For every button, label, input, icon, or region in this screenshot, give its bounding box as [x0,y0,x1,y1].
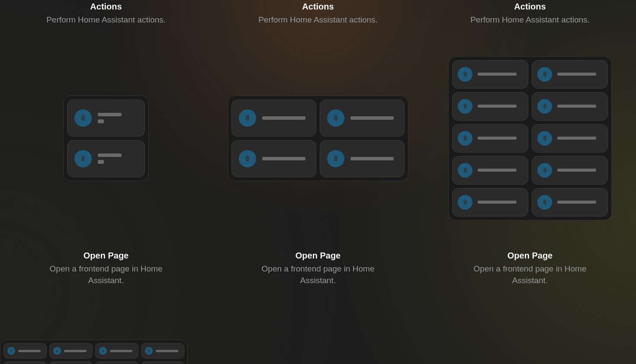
list-item [452,124,528,153]
list-item [452,156,528,185]
action-icon [239,150,256,167]
list-item [532,156,608,185]
widget-preview-2x5 [448,56,612,220]
action-icon [239,109,256,127]
list-item [49,343,93,359]
widget-title: Open Page [508,251,552,261]
list-item [67,99,145,137]
widget-subtitle: Perform Home Assistant actions. [46,14,166,26]
action-icon [537,163,552,178]
action-icon [458,99,472,114]
widget-title: Actions [514,2,546,12]
action-icon [537,195,552,210]
list-item [67,140,145,177]
list-item [3,361,47,364]
widget-title: Open Page [296,251,340,261]
action-icon [458,131,472,146]
action-icon [327,150,344,167]
list-item [452,60,528,89]
list-item [320,140,405,177]
action-icon [99,347,107,355]
widget-option-open-page-small[interactable]: Open Page Open a frontend page in Home A… [0,251,212,286]
list-item [532,60,608,89]
widget-subtitle: Open a frontend page in Home Assistant. [41,263,171,286]
widget-preview-partial [0,340,188,364]
list-item [231,140,316,177]
widget-option-actions-large[interactable]: Actions Perform Home Assistant actions. [424,0,636,251]
widget-preview-container [9,26,203,251]
list-item [320,99,405,137]
action-icon [537,131,552,146]
widget-subtitle: Perform Home Assistant actions. [470,14,590,26]
widget-title: Open Page [84,251,128,261]
list-item [532,188,608,217]
action-icon [458,163,472,178]
widget-subtitle: Perform Home Assistant actions. [258,14,378,26]
list-item [3,343,47,359]
action-icon [74,150,92,167]
action-icon [458,195,472,210]
widget-subtitle: Open a frontend page in Home Assistant. [465,263,595,286]
widget-option-actions-medium[interactable]: Actions Perform Home Assistant actions. [212,0,424,251]
action-icon [53,347,61,355]
action-icon [145,347,153,355]
action-icon [327,109,344,127]
list-item [452,92,528,121]
list-item [141,343,184,359]
list-item [231,99,316,137]
action-icon [74,109,92,127]
list-item [532,92,608,121]
widget-option-open-page-medium[interactable]: Open Page Open a frontend page in Home A… [212,251,424,286]
list-item [141,361,184,364]
list-item [49,361,93,364]
widget-option-actions-small[interactable]: Actions Perform Home Assistant actions. [0,0,212,251]
widget-option-open-page-large[interactable]: Open Page Open a frontend page in Home A… [424,251,636,286]
widget-preview-container [433,26,627,251]
widget-title: Actions [90,2,122,12]
list-item [452,188,528,217]
action-icon [537,67,552,82]
widget-subtitle: Open a frontend page in Home Assistant. [253,263,383,286]
list-item [532,124,608,153]
widget-preview-2x2 [228,96,408,181]
widget-preview-container [221,26,415,251]
action-icon [7,347,15,355]
action-icon [537,99,552,114]
widget-title: Actions [302,2,334,12]
list-item [95,361,138,364]
action-icon [458,67,472,82]
widget-preview-1x2 [63,96,149,181]
list-item [95,343,138,359]
